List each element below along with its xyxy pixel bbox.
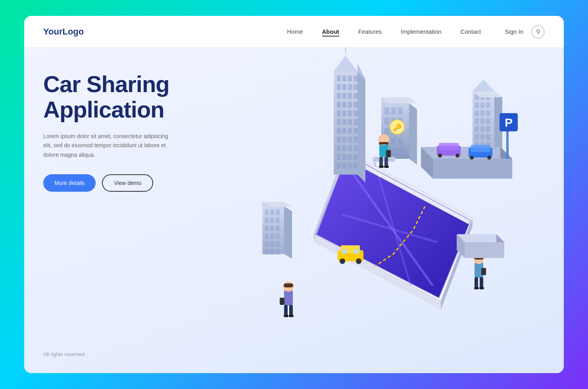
svg-rect-40 (342, 137, 346, 143)
hero-title-line2: Application (43, 96, 164, 122)
svg-marker-56 (357, 71, 365, 183)
illustration: P (199, 48, 548, 365)
svg-rect-180 (474, 287, 479, 289)
svg-rect-90 (276, 233, 280, 239)
svg-rect-162 (384, 166, 389, 168)
svg-text:P: P (505, 116, 513, 129)
svg-rect-71 (398, 138, 403, 145)
svg-rect-112 (486, 118, 490, 124)
svg-rect-110 (475, 118, 479, 124)
nav-link-home[interactable]: Home (287, 28, 303, 35)
svg-rect-118 (486, 134, 490, 140)
svg-rect-39 (337, 137, 341, 143)
svg-rect-84 (276, 218, 280, 223)
nav-link-about[interactable]: About (322, 28, 339, 37)
svg-marker-131 (473, 79, 494, 91)
svg-rect-111 (480, 118, 484, 124)
nav-link-contact[interactable]: Contact (461, 28, 481, 35)
svg-rect-82 (265, 218, 269, 223)
more-details-button[interactable]: More details (43, 174, 96, 192)
svg-rect-33 (348, 119, 352, 125)
svg-rect-23 (337, 102, 341, 108)
view-demo-button[interactable]: View demo (102, 174, 153, 192)
footer-text: All rights reserved (43, 335, 180, 357)
svg-rect-44 (342, 145, 346, 151)
svg-rect-18 (354, 84, 357, 90)
svg-rect-24 (342, 102, 346, 108)
svg-rect-53 (348, 163, 352, 169)
svg-rect-27 (337, 110, 341, 116)
svg-rect-182 (481, 268, 486, 275)
svg-rect-139 (439, 143, 459, 150)
svg-rect-31 (337, 119, 341, 125)
svg-rect-45 (348, 145, 352, 151)
svg-rect-172 (284, 315, 288, 317)
svg-rect-13 (348, 75, 352, 81)
svg-rect-43 (337, 145, 341, 151)
svg-rect-42 (354, 137, 357, 143)
svg-rect-86 (270, 225, 274, 231)
svg-rect-108 (480, 110, 484, 116)
nav-item-about[interactable]: About (322, 28, 339, 35)
svg-rect-52 (342, 163, 346, 169)
svg-rect-36 (342, 128, 346, 134)
search-button[interactable]: ⚲ (531, 25, 545, 39)
svg-rect-30 (354, 110, 357, 116)
main-card: YourLogo Home About Features Implementat… (24, 16, 564, 373)
svg-point-145 (487, 156, 491, 160)
left-panel: Car Sharing Application Lorem ipsum dolo… (24, 48, 199, 373)
svg-marker-186 (465, 242, 504, 258)
svg-rect-154 (354, 249, 359, 254)
svg-rect-160 (384, 157, 388, 167)
svg-rect-34 (354, 119, 357, 125)
svg-rect-19 (337, 93, 341, 99)
svg-rect-89 (270, 233, 274, 239)
svg-rect-95 (270, 249, 274, 255)
svg-rect-174 (280, 298, 284, 305)
hero-description: Lorem ipsum dolor sit amet, consectetur … (43, 132, 178, 160)
svg-rect-104 (475, 102, 479, 108)
sign-in-button[interactable]: Sign In (505, 28, 523, 35)
svg-rect-87 (276, 225, 280, 231)
nav-link-implementation[interactable]: Implementation (401, 28, 442, 35)
svg-rect-74 (398, 148, 403, 156)
search-icon: ⚲ (536, 28, 540, 35)
svg-rect-91 (265, 241, 269, 247)
svg-rect-28 (342, 110, 346, 116)
svg-rect-117 (480, 134, 484, 140)
nav-link-features[interactable]: Features (358, 28, 382, 35)
svg-rect-14 (354, 75, 357, 81)
svg-rect-17 (348, 84, 352, 90)
svg-rect-51 (337, 163, 341, 169)
svg-marker-58 (345, 48, 346, 56)
nav-item-features[interactable]: Features (358, 28, 382, 35)
nav-item-implementation[interactable]: Implementation (401, 28, 442, 35)
svg-rect-171 (289, 305, 293, 316)
svg-rect-20 (342, 93, 346, 99)
main-content: Car Sharing Application Lorem ipsum dolo… (24, 48, 564, 373)
svg-rect-54 (354, 163, 357, 169)
svg-point-141 (455, 154, 459, 158)
svg-rect-35 (337, 128, 341, 134)
svg-rect-161 (379, 166, 384, 168)
svg-rect-92 (270, 241, 274, 247)
svg-marker-76 (409, 103, 417, 165)
svg-rect-11 (337, 75, 341, 81)
svg-point-144 (470, 156, 474, 160)
nav-links: Home About Features Implementation Conta… (287, 28, 481, 35)
svg-rect-163 (386, 150, 391, 157)
nav-item-home[interactable]: Home (287, 28, 303, 35)
svg-rect-158 (379, 142, 388, 144)
svg-rect-41 (348, 137, 352, 143)
svg-rect-88 (265, 233, 269, 239)
svg-rect-48 (342, 154, 346, 160)
svg-rect-181 (479, 287, 484, 289)
svg-rect-146 (506, 127, 509, 159)
svg-rect-178 (475, 277, 478, 288)
svg-rect-116 (475, 134, 479, 140)
nav-item-contact[interactable]: Contact (461, 28, 481, 35)
svg-rect-179 (480, 277, 483, 288)
svg-rect-143 (471, 145, 490, 152)
nav-right: Sign In ⚲ (505, 25, 545, 39)
svg-point-151 (340, 258, 345, 264)
